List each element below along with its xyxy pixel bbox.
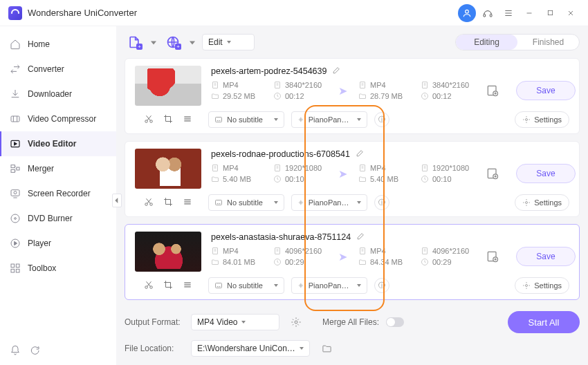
save-button[interactable]: Save xyxy=(516,164,576,183)
svg-rect-14 xyxy=(17,167,19,170)
tab-editing[interactable]: Editing xyxy=(456,35,517,50)
output-settings-button[interactable] xyxy=(286,312,306,332)
collapse-sidebar-button[interactable] xyxy=(112,194,122,207)
save-button[interactable]: Save xyxy=(516,81,576,100)
file-location-dropdown[interactable]: E:\Wondershare UniConverter xyxy=(191,340,310,357)
more-button[interactable] xyxy=(183,197,192,209)
out-resolution: 4096*2160 xyxy=(421,247,475,255)
sidebar-item-label: Merger xyxy=(28,164,54,174)
sidebar-item-player[interactable]: Player xyxy=(0,231,116,256)
output-preset-button[interactable] xyxy=(483,81,502,100)
output-preset-button[interactable] xyxy=(483,164,502,183)
svg-point-70 xyxy=(295,321,297,324)
sidebar-item-label: Home xyxy=(28,39,50,49)
sidebar: Home Converter Downloader Video Compress… xyxy=(0,26,116,365)
crop-button[interactable] xyxy=(163,114,173,126)
open-folder-button[interactable] xyxy=(317,339,336,358)
add-url-chevron[interactable] xyxy=(190,37,195,47)
close-button[interactable] xyxy=(562,4,580,22)
svg-point-17 xyxy=(11,214,19,223)
feedback-button[interactable] xyxy=(29,345,40,358)
src-size: 29.52 MB xyxy=(211,92,265,100)
crop-button[interactable] xyxy=(163,197,173,209)
src-duration: 00:29 xyxy=(273,258,327,266)
sidebar-item-home[interactable]: Home xyxy=(0,32,116,57)
sidebar-item-converter[interactable]: Converter xyxy=(0,57,116,82)
svg-point-16 xyxy=(14,191,17,194)
trim-button[interactable] xyxy=(144,114,154,126)
app-title: Wondershare UniConverter xyxy=(28,8,137,18)
add-url-button[interactable]: + xyxy=(163,33,183,51)
video-thumbnail[interactable] xyxy=(135,232,201,272)
crop-button[interactable] xyxy=(163,280,173,292)
toolbar: + + Edit Editing Finished xyxy=(125,33,580,51)
sidebar-item-screen-recorder[interactable]: Screen Recorder xyxy=(0,181,116,206)
audio-dropdown[interactable]: PianoPanda - ... xyxy=(291,277,367,294)
out-duration: 00:12 xyxy=(421,92,475,100)
more-button[interactable] xyxy=(183,280,192,292)
sidebar-item-video-editor[interactable]: Video Editor xyxy=(0,131,116,156)
out-resolution: 1920*1080 xyxy=(421,164,475,172)
subtitle-dropdown[interactable]: No subtitle xyxy=(208,277,284,294)
svg-point-54 xyxy=(526,202,528,204)
add-file-button[interactable]: + xyxy=(125,33,144,51)
save-button[interactable]: Save xyxy=(516,247,576,266)
output-preset-button[interactable] xyxy=(483,247,502,266)
audio-dropdown[interactable]: PianoPanda - ... xyxy=(291,194,367,211)
svg-rect-20 xyxy=(11,264,15,268)
notifications-button[interactable] xyxy=(10,345,21,358)
info-button[interactable]: ⓘ xyxy=(374,278,389,293)
file-card[interactable]: pexels-rodnae-productions-6708541MP45.40… xyxy=(125,141,580,217)
arrow-icon: ➤ xyxy=(338,167,347,180)
start-all-button[interactable]: Start All xyxy=(508,311,580,333)
out-duration: 00:10 xyxy=(421,175,475,183)
sidebar-item-toolbox[interactable]: Toolbox xyxy=(0,256,116,281)
sidebar-item-label: Video Editor xyxy=(28,139,76,149)
edit-dropdown[interactable]: Edit xyxy=(202,34,255,50)
rename-button[interactable] xyxy=(356,232,365,243)
subtitle-dropdown[interactable]: No subtitle xyxy=(208,111,284,128)
trim-button[interactable] xyxy=(144,197,154,209)
src-format: MP4 xyxy=(211,164,265,172)
svg-point-39 xyxy=(526,119,528,121)
svg-rect-53 xyxy=(216,200,222,205)
sidebar-item-label: Screen Recorder xyxy=(28,189,91,198)
more-button[interactable] xyxy=(183,114,192,126)
file-card[interactable]: pexels-anastasia-shuraeva-8751124MP484.0… xyxy=(125,224,580,300)
sidebar-item-video-compressor[interactable]: Video Compressor xyxy=(0,106,116,131)
svg-rect-23 xyxy=(16,269,19,272)
svg-rect-38 xyxy=(216,118,222,122)
svg-point-0 xyxy=(466,10,469,13)
minimize-button[interactable] xyxy=(520,4,538,22)
tab-finished[interactable]: Finished xyxy=(517,35,579,50)
trim-button[interactable] xyxy=(144,280,154,292)
support-button[interactable] xyxy=(479,4,497,22)
sidebar-item-dvd-burner[interactable]: DVD Burner xyxy=(0,206,116,231)
info-button[interactable]: ⓘ xyxy=(374,112,389,127)
src-resolution: 3840*2160 xyxy=(273,81,327,89)
info-button[interactable]: ⓘ xyxy=(374,195,389,210)
video-thumbnail[interactable] xyxy=(135,66,201,106)
file-card[interactable]: pexels-artem-podrez-5454639MP429.52 MB38… xyxy=(125,58,580,134)
status-tabs: Editing Finished xyxy=(455,34,580,50)
menu-button[interactable] xyxy=(499,4,517,22)
sidebar-item-label: Downloader xyxy=(28,89,72,99)
video-thumbnail[interactable] xyxy=(135,149,201,189)
subtitle-dropdown[interactable]: No subtitle xyxy=(208,194,284,211)
settings-button[interactable]: Settings xyxy=(515,111,569,128)
sidebar-item-downloader[interactable]: Downloader xyxy=(0,82,116,106)
audio-dropdown[interactable]: PianoPanda - ... xyxy=(291,111,367,128)
sidebar-item-label: Player xyxy=(28,238,51,248)
rename-button[interactable] xyxy=(332,66,341,77)
rename-button[interactable] xyxy=(356,149,365,160)
user-account-button[interactable] xyxy=(458,4,476,22)
svg-rect-12 xyxy=(11,165,15,168)
svg-rect-1 xyxy=(484,14,486,17)
sidebar-item-merger[interactable]: Merger xyxy=(0,156,116,181)
merge-toggle[interactable] xyxy=(386,317,404,327)
settings-button[interactable]: Settings xyxy=(515,194,569,211)
settings-button[interactable]: Settings xyxy=(515,277,569,294)
output-format-dropdown[interactable]: MP4 Video xyxy=(191,314,279,330)
maximize-button[interactable] xyxy=(541,4,559,22)
add-file-chevron[interactable] xyxy=(151,37,156,47)
